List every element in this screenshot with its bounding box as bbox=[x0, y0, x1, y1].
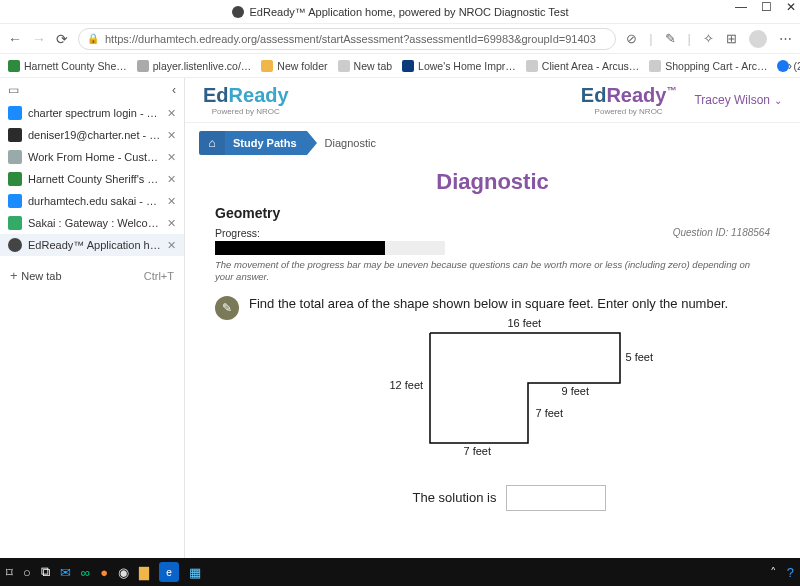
new-tab-button[interactable]: + New tab Ctrl+T bbox=[0, 262, 184, 289]
taskbar-edge-icon[interactable]: e bbox=[159, 562, 179, 582]
bookmark-folder[interactable]: New folder bbox=[261, 60, 327, 72]
bookmark-item[interactable]: Lowe's Home Impr… bbox=[402, 60, 516, 72]
tab-item[interactable]: deniser19@charter.net - Webma✕ bbox=[0, 124, 184, 146]
bookmarks-overflow-button[interactable]: › bbox=[788, 59, 792, 73]
bookmark-item[interactable]: Harnett County She… bbox=[8, 60, 127, 72]
user-menu[interactable]: Tracey Wilson ⌄ bbox=[694, 93, 782, 107]
breadcrumb-study-paths[interactable]: Study Paths bbox=[225, 131, 307, 155]
tab-close-button[interactable]: ✕ bbox=[167, 217, 176, 230]
tab-close-button[interactable]: ✕ bbox=[167, 107, 176, 120]
progress-note: The movement of the progress bar may be … bbox=[215, 259, 770, 284]
address-bar[interactable]: 🔒 https://durhamtech.edready.org/assessm… bbox=[78, 28, 616, 50]
tab-label: Harnett County Sheriff's Office C bbox=[28, 173, 161, 185]
windows-taskbar: ⌑ ○ ⧉ ✉ ∞ ● ◉ ▇ e ▦ ˄ ? bbox=[0, 558, 800, 586]
dim-step-v: 7 feet bbox=[536, 407, 564, 419]
taskbar-loop-icon[interactable]: ∞ bbox=[81, 565, 90, 580]
read-aloud-icon[interactable]: ⊘ bbox=[626, 31, 637, 46]
answer-row: The solution is bbox=[249, 485, 770, 511]
refresh-button[interactable]: ⟳ bbox=[56, 31, 68, 47]
cortana-icon[interactable]: ○ bbox=[23, 565, 31, 580]
plus-icon: + bbox=[10, 268, 21, 283]
bing-icon bbox=[8, 106, 22, 120]
tab-item[interactable]: Harnett County Sheriff's Office C✕ bbox=[0, 168, 184, 190]
tab-item[interactable]: durhamtech.edu sakai - Bing✕ bbox=[0, 190, 184, 212]
progress-bar bbox=[215, 241, 445, 255]
logo-ed: Ed bbox=[203, 84, 229, 106]
tab-item-active[interactable]: EdReady™ Application home, po✕ bbox=[0, 234, 184, 256]
bookmark-label: Harnett County She… bbox=[24, 60, 127, 72]
tab-close-button[interactable]: ✕ bbox=[167, 239, 176, 252]
more-icon[interactable]: ⋯ bbox=[779, 31, 792, 46]
answer-input[interactable] bbox=[506, 485, 606, 511]
shape-svg bbox=[390, 319, 630, 459]
shortcut-hint: Ctrl+T bbox=[144, 270, 174, 282]
page-icon bbox=[338, 60, 350, 72]
breadcrumb-home[interactable]: ⌂ bbox=[199, 131, 225, 155]
breadcrumb-label: Diagnostic bbox=[325, 137, 376, 149]
edready-logo-left[interactable]: EdReady Powered by NROC bbox=[203, 84, 289, 116]
back-button[interactable]: ← bbox=[8, 31, 22, 47]
dim-top: 16 feet bbox=[508, 317, 542, 329]
pencil-icon: ✎ bbox=[215, 296, 239, 320]
tab-label: Work From Home - Customer Se bbox=[28, 151, 161, 163]
tab-close-button[interactable]: ✕ bbox=[167, 173, 176, 186]
task-view-icon[interactable]: ⌑ bbox=[6, 565, 13, 580]
tab-label: deniser19@charter.net - Webma bbox=[28, 129, 161, 141]
question-text: Find the total area of the shape shown b… bbox=[249, 296, 770, 311]
window-title: EdReady™ Application home, powered by NR… bbox=[250, 6, 569, 18]
bookmark-item[interactable]: player.listenlive.co/… bbox=[137, 60, 252, 72]
taskbar-help-icon[interactable]: ? bbox=[787, 565, 794, 580]
taskbar-dropbox-icon[interactable]: ⧉ bbox=[41, 564, 50, 580]
answer-prefix: The solution is bbox=[413, 490, 497, 505]
dim-bottom: 7 feet bbox=[464, 445, 492, 457]
bookmark-item[interactable]: Shopping Cart - Arc… bbox=[649, 60, 767, 72]
bookmark-label: Shopping Cart - Arc… bbox=[665, 60, 767, 72]
window-close-button[interactable]: ✕ bbox=[786, 0, 796, 14]
globe-icon bbox=[137, 60, 149, 72]
user-name: Tracey Wilson bbox=[694, 93, 770, 107]
tab-label: charter spectrum login - Bing bbox=[28, 107, 161, 119]
url-text: https://durhamtech.edready.org/assessmen… bbox=[105, 33, 596, 45]
tab-close-button[interactable]: ✕ bbox=[167, 129, 176, 142]
edit-icon[interactable]: ✎ bbox=[665, 31, 676, 46]
taskbar-chrome-icon[interactable]: ◉ bbox=[118, 565, 129, 580]
bookmark-label: player.listenlive.co/… bbox=[153, 60, 252, 72]
bookmark-label: New tab bbox=[354, 60, 393, 72]
tabs-menu-icon[interactable]: ▭ bbox=[8, 83, 19, 97]
tab-label: Sakai : Gateway : Welcome bbox=[28, 217, 161, 229]
taskbar-explorer-icon[interactable]: ▇ bbox=[139, 565, 149, 580]
tab-item[interactable]: charter spectrum login - Bing✕ bbox=[0, 102, 184, 124]
toolbar-divider: | bbox=[649, 31, 652, 46]
taskbar-chevron-up-icon[interactable]: ˄ bbox=[770, 565, 777, 580]
lock-icon: 🔒 bbox=[87, 33, 99, 44]
tab-item[interactable]: Sakai : Gateway : Welcome✕ bbox=[0, 212, 184, 234]
tabs-collapse-icon[interactable]: ‹ bbox=[172, 83, 176, 97]
page-icon bbox=[8, 150, 22, 164]
logo-ready: Ready bbox=[606, 84, 666, 106]
window-maximize-button[interactable]: ☐ bbox=[761, 0, 772, 14]
taskbar-firefox-icon[interactable]: ● bbox=[100, 565, 108, 580]
play-icon bbox=[8, 172, 22, 186]
bookmark-item[interactable]: New tab bbox=[338, 60, 393, 72]
tab-close-button[interactable]: ✕ bbox=[167, 151, 176, 164]
section-title: Geometry bbox=[215, 205, 770, 221]
bookmark-item[interactable]: Client Area - Arcus… bbox=[526, 60, 639, 72]
taskbar-mail-icon[interactable]: ✉ bbox=[60, 565, 71, 580]
tab-item[interactable]: Work From Home - Customer Se✕ bbox=[0, 146, 184, 168]
window-minimize-button[interactable]: — bbox=[735, 0, 747, 14]
page-favicon bbox=[232, 6, 244, 18]
dim-step-h: 9 feet bbox=[562, 385, 590, 397]
bookmark-label: New folder bbox=[277, 60, 327, 72]
taskbar-calculator-icon[interactable]: ▦ bbox=[189, 565, 201, 580]
lowes-icon bbox=[402, 60, 414, 72]
page-icon bbox=[526, 60, 538, 72]
profile-avatar[interactable] bbox=[749, 30, 767, 48]
collections-icon[interactable]: ⊞ bbox=[726, 31, 737, 46]
progress-bar-fill bbox=[215, 241, 385, 255]
dim-left: 12 feet bbox=[390, 379, 424, 391]
favorites-icon[interactable]: ✧ bbox=[703, 31, 714, 46]
page-title: Diagnostic bbox=[185, 169, 800, 195]
edready-logo-right: EdReady™ Powered by NROC bbox=[581, 84, 677, 116]
bookmark-label: Client Area - Arcus… bbox=[542, 60, 639, 72]
tab-close-button[interactable]: ✕ bbox=[167, 195, 176, 208]
